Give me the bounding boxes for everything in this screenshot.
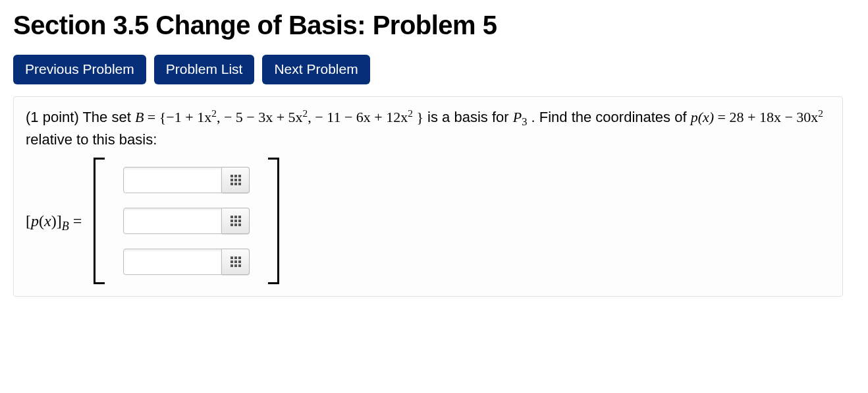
nav-buttons: Previous Problem Problem List Next Probl… xyxy=(13,55,855,84)
keypad-button-3[interactable] xyxy=(222,249,250,275)
vector-input-3[interactable] xyxy=(123,249,222,275)
left-bracket xyxy=(94,158,105,284)
vector-entry-1 xyxy=(123,167,250,193)
keypad-icon xyxy=(231,216,241,226)
vector-entry-3 xyxy=(123,249,250,275)
previous-problem-button[interactable]: Previous Problem xyxy=(13,55,146,84)
keypad-button-1[interactable] xyxy=(222,167,250,193)
answer-row: [p(x)]B = xyxy=(26,158,830,284)
page-title: Section 3.5 Change of Basis: Problem 5 xyxy=(13,11,855,40)
problem-panel: (1 point) The set B = {−1 + 1x2, − 5 − 3… xyxy=(13,96,843,297)
problem-list-button[interactable]: Problem List xyxy=(154,55,255,84)
keypad-button-2[interactable] xyxy=(222,208,250,234)
problem-statement: (1 point) The set B = {−1 + 1x2, − 5 − 3… xyxy=(26,106,830,151)
answer-vector xyxy=(94,158,279,284)
next-problem-button[interactable]: Next Problem xyxy=(262,55,369,84)
keypad-icon xyxy=(231,175,241,185)
keypad-icon xyxy=(231,257,241,267)
vector-input-1[interactable] xyxy=(123,167,222,193)
coordinates-label: [p(x)]B = xyxy=(26,212,82,230)
vector-input-2[interactable] xyxy=(123,208,222,234)
right-bracket xyxy=(268,158,279,284)
vector-entry-2 xyxy=(123,208,250,234)
